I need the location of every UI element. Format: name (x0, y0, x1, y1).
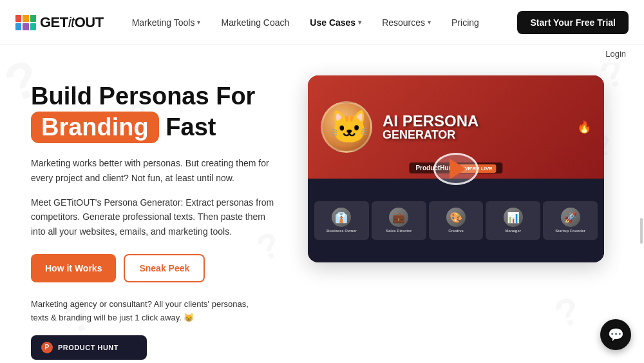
producthunt-badge[interactable]: P PRODUCT HUNT (31, 335, 147, 360)
navbar: GETitOUT Marketing Tools ▾ Marketing Coa… (0, 0, 644, 45)
logo[interactable]: GETitOUT (15, 14, 104, 31)
nav-use-cases[interactable]: Use Cases ▾ (302, 12, 369, 33)
hero-description-1: Marketing works better with personas. Bu… (31, 156, 282, 185)
logo-text: GETitOUT (40, 14, 104, 31)
persona-img-1: 👔 (332, 208, 351, 227)
chat-icon: 💬 (608, 327, 624, 342)
chevron-down-icon: ▾ (197, 19, 200, 26)
persona-creative: 🎨 Creative (429, 201, 484, 240)
persona-sales-director: 💼 Sales Director (372, 201, 426, 240)
login-bar: Login (0, 45, 644, 63)
persona-label-5: Startup Founder (555, 229, 585, 233)
persona-label-1: Business Owner (327, 229, 357, 233)
nav-links: Marketing Tools ▾ Marketing Coach Use Ca… (124, 12, 518, 33)
hero-right: AI PERSONA GENERATOR 🔥 ProductHunt WE'RE… (308, 75, 604, 360)
persona-manager: 📊 Manager (486, 201, 540, 240)
trial-button[interactable]: Start Your Free Trial (517, 11, 629, 34)
nav-pricing[interactable]: Pricing (444, 12, 487, 33)
persona-img-2: 💼 (389, 208, 408, 227)
persona-label-2: Sales Director (386, 229, 412, 233)
hero-section: Build Personas For Branding Fast Marketi… (0, 63, 644, 360)
persona-startup-founder: 🚀 Startup Founder (543, 201, 598, 240)
nav-marketing-coach[interactable]: Marketing Coach (213, 12, 297, 33)
logo-icon (15, 15, 36, 30)
video-gen-text: GENERATOR (383, 129, 577, 141)
persona-img-4: 📊 (504, 208, 523, 227)
nav-marketing-tools[interactable]: Marketing Tools ▾ (124, 12, 209, 33)
sneak-peek-button[interactable]: Sneak Peek (124, 254, 205, 282)
play-triangle-icon (450, 159, 466, 179)
hero-bottom-text: Marketing agency or consultant? All your… (31, 298, 263, 325)
producthunt-icon: P (41, 342, 53, 353)
video-ai-text: AI PERSONA (383, 113, 577, 129)
hero-left: Build Personas For Branding Fast Marketi… (31, 75, 282, 360)
fire-icon: 🔥 (577, 120, 591, 134)
play-button[interactable] (433, 153, 478, 185)
persona-label-3: Creative (448, 229, 464, 233)
headline-highlight: Branding (31, 112, 159, 144)
cat-image (321, 101, 372, 153)
login-link[interactable]: Login (605, 49, 626, 59)
hero-headline: Build Personas For Branding Fast (31, 82, 282, 143)
video-title-area: AI PERSONA GENERATOR (372, 113, 577, 141)
hero-description-2: Meet GETitOUT's Persona Generator: Extra… (31, 195, 282, 239)
persona-img-5: 🚀 (561, 208, 580, 227)
chevron-down-icon-2: ▾ (358, 19, 361, 26)
nav-right: Start Your Free Trial (517, 11, 629, 34)
producthunt-label: PRODUCT HUNT (58, 344, 118, 351)
persona-label-4: Manager (505, 229, 521, 233)
how-it-works-button[interactable]: How it Works (31, 254, 116, 282)
persona-img-3: 🎨 (446, 208, 466, 227)
chevron-down-icon-3: ▾ (428, 19, 431, 26)
persona-business-owner: 👔 Business Owner (314, 201, 369, 240)
nav-resources[interactable]: Resources ▾ (374, 12, 439, 33)
video-personas: 👔 Business Owner 💼 Sales Director 🎨 Crea… (308, 179, 604, 263)
chat-widget[interactable]: 💬 (600, 319, 631, 350)
video-thumbnail[interactable]: AI PERSONA GENERATOR 🔥 ProductHunt WE'RE… (308, 75, 604, 262)
hero-buttons: How it Works Sneak Peek (31, 254, 282, 282)
